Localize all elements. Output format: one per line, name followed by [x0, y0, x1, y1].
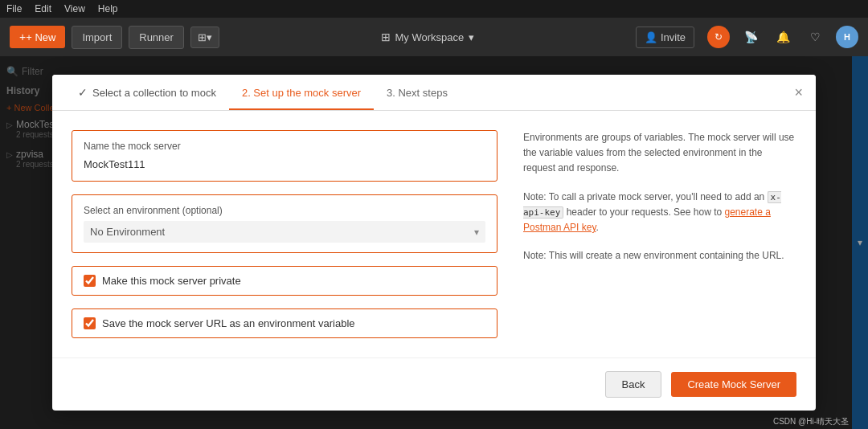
menu-file[interactable]: File — [6, 3, 22, 14]
private-checkbox-group: Make this mock server private — [72, 266, 497, 296]
create-mock-server-button[interactable]: Create Mock Server — [671, 372, 796, 397]
menu-bar: File Edit View Help — [0, 0, 868, 18]
broadcast-icon[interactable]: 📡 — [739, 26, 762, 48]
tab2-label: 2. Set up the mock server — [242, 87, 361, 99]
invite-label: Invite — [661, 31, 686, 43]
tab-next-steps[interactable]: 3. Next steps — [374, 76, 461, 110]
modal-body: Name the mock server Select an environme… — [52, 111, 816, 358]
private-label: Make this mock server private — [102, 275, 241, 287]
right-note-3: Note: This will create a new environment… — [523, 248, 796, 264]
modal: ✓ Select a collection to mock 2. Set up … — [52, 75, 816, 411]
avatar[interactable]: H — [836, 26, 858, 48]
workspace-icon: ⊞ — [381, 31, 391, 43]
tab-setup-mock[interactable]: 2. Set up the mock server — [229, 76, 374, 110]
env-var-label: Save the mock server URL as an environme… — [102, 317, 355, 329]
toolbar-icons: ↻ 📡 🔔 ♡ H — [707, 26, 858, 48]
toolbar: + + New Import Runner ⊞▾ ⊞ My Workspace … — [0, 18, 868, 56]
import-button[interactable]: Import — [72, 26, 122, 49]
back-button[interactable]: Back — [605, 371, 662, 398]
name-input[interactable] — [84, 158, 485, 170]
main-area: 🔍 Filter History + New Collection ▷ Mock… — [0, 56, 868, 429]
env-var-checkbox[interactable] — [84, 317, 96, 329]
modal-tabs: ✓ Select a collection to mock 2. Set up … — [52, 75, 816, 111]
private-checkbox[interactable] — [84, 275, 96, 287]
right-note-2: Note: To call a private mock server, you… — [523, 190, 796, 236]
new-label: + New — [26, 31, 55, 43]
close-button[interactable]: × — [794, 85, 803, 100]
right-note-2-mid: header to your requests. See how to — [563, 206, 724, 218]
env-label: Select an environment (optional) — [84, 205, 485, 216]
plus-icon: + — [19, 31, 26, 43]
right-note-2-prefix: Note: To call a private mock server, you… — [523, 191, 768, 202]
env-var-checkbox-group: Save the mock server URL as an environme… — [72, 308, 497, 338]
heart-icon[interactable]: ♡ — [804, 26, 826, 48]
new-button[interactable]: + + New — [10, 26, 65, 48]
menu-view[interactable]: View — [64, 3, 85, 14]
env-field-group: Select an environment (optional) No Envi… — [72, 194, 497, 253]
menu-help[interactable]: Help — [98, 3, 118, 14]
modal-right: Environments are groups of variables. Th… — [523, 130, 796, 338]
tab1-label: Select a collection to mock — [92, 87, 216, 99]
bell-icon[interactable]: 🔔 — [772, 26, 794, 48]
invite-icon: 👤 — [645, 31, 657, 43]
env-select-wrapper: No Environment ▾ — [84, 221, 485, 243]
view-button[interactable]: ⊞▾ — [190, 27, 219, 48]
workspace-label: My Workspace — [395, 31, 465, 43]
workspace-chevron-icon: ▾ — [469, 31, 474, 43]
menu-edit[interactable]: Edit — [35, 3, 51, 14]
modal-footer: Back Create Mock Server — [52, 358, 816, 411]
tab3-label: 3. Next steps — [387, 87, 448, 99]
runner-button[interactable]: Runner — [129, 26, 184, 49]
tab-select-collection[interactable]: ✓ Select a collection to mock — [65, 75, 229, 110]
right-note-1: Environments are groups of variables. Th… — [523, 130, 796, 177]
invite-button[interactable]: 👤 Invite — [636, 27, 694, 48]
workspace-selector[interactable]: ⊞ My Workspace ▾ — [226, 31, 629, 43]
modal-overlay: ✓ Select a collection to mock 2. Set up … — [0, 56, 868, 429]
refresh-icon[interactable]: ↻ — [707, 26, 730, 48]
check-icon: ✓ — [78, 86, 88, 99]
watermark: CSDN @Hi-晴天大圣 — [773, 416, 849, 427]
modal-left: Name the mock server Select an environme… — [72, 130, 497, 338]
env-select[interactable]: No Environment — [84, 221, 485, 243]
name-label: Name the mock server — [84, 141, 485, 152]
right-note-2-suffix: . — [596, 222, 599, 233]
name-field-group: Name the mock server — [72, 130, 497, 182]
